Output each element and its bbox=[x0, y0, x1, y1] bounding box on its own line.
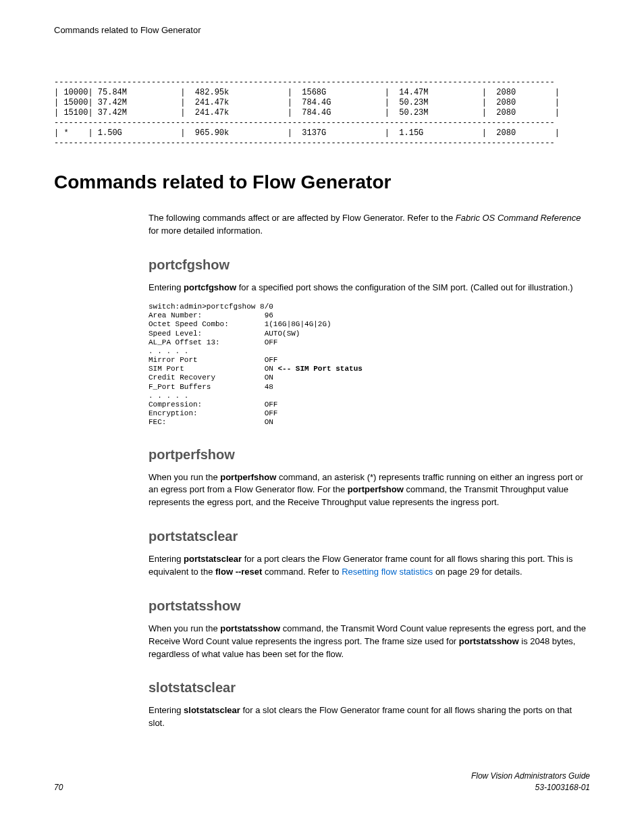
cmd: slotstatsclear bbox=[184, 705, 240, 715]
heading-portstatsclear: portstatsclear bbox=[149, 527, 590, 546]
cmd: portperfshow bbox=[348, 484, 404, 494]
intro-doc-ref: Fabric OS Command Reference bbox=[456, 213, 581, 223]
link-resetting-flow-statistics[interactable]: Resetting flow statistics bbox=[342, 567, 433, 577]
text: for a specified port shows the configura… bbox=[236, 282, 573, 292]
text: When you run the bbox=[149, 623, 220, 633]
code-pre: switch:admin>portcfgshow 8/0 Area Number… bbox=[149, 303, 331, 373]
cmd: portperfshow bbox=[220, 472, 276, 482]
portperfshow-desc: When you run the portperfshow command, a… bbox=[149, 471, 590, 510]
footer-title: Flow Vision Administrators Guide bbox=[471, 771, 590, 782]
portcfgshow-desc: Entering portcfgshow for a specified por… bbox=[149, 282, 590, 294]
stats-table: ----------------------------------------… bbox=[54, 78, 590, 149]
footer-docnum: 53-1003168-01 bbox=[471, 782, 590, 793]
cmd: portstatsclear bbox=[184, 554, 242, 564]
text: Entering bbox=[149, 282, 184, 292]
text: Entering bbox=[149, 705, 184, 715]
portcfgshow-output: switch:admin>portcfgshow 8/0 Area Number… bbox=[149, 303, 590, 427]
text: on page 29 for details. bbox=[433, 567, 522, 577]
page-number: 70 bbox=[54, 782, 63, 793]
slotstatsclear-desc: Entering slotstatsclear for a slot clear… bbox=[149, 704, 590, 730]
cmd: portcfgshow bbox=[184, 282, 236, 292]
text: command. Refer to bbox=[262, 567, 342, 577]
code-post: Credit Recovery ON F_Port Buffers 48 . .… bbox=[149, 373, 277, 426]
text: When you run the bbox=[149, 472, 220, 482]
heading-slotstatsclear: slotstatsclear bbox=[149, 678, 590, 698]
cmd: portstatsshow bbox=[459, 636, 519, 646]
intro-post: for more detailed information. bbox=[149, 226, 263, 236]
heading-portcfgshow: portcfgshow bbox=[149, 255, 590, 275]
heading-portstatsshow: portstatsshow bbox=[149, 596, 590, 616]
section-title: Commands related to Flow Generator bbox=[54, 169, 590, 197]
intro-paragraph: The following commands affect or are aff… bbox=[149, 212, 590, 238]
intro-pre: The following commands affect or are aff… bbox=[149, 213, 456, 223]
cmd: portstatsshow bbox=[220, 623, 280, 633]
running-header: Commands related to Flow Generator bbox=[54, 24, 590, 37]
code-callout: <-- SIM Port status bbox=[277, 365, 362, 373]
heading-portperfshow: portperfshow bbox=[149, 445, 590, 465]
text: Entering bbox=[149, 554, 184, 564]
portstatsclear-desc: Entering portstatsclear for a port clear… bbox=[149, 553, 590, 579]
page-footer: 70 Flow Vision Administrators Guide 53-1… bbox=[54, 771, 590, 794]
cmd: flow --reset bbox=[215, 567, 262, 577]
portstatsshow-desc: When you run the portstatsshow command, … bbox=[149, 623, 590, 661]
